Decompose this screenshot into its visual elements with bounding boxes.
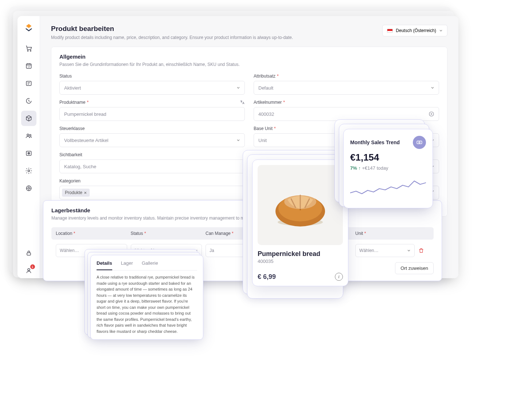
sales-amount: €1,154 bbox=[350, 152, 426, 163]
tab-details[interactable]: Details bbox=[97, 260, 112, 270]
svg-point-22 bbox=[419, 142, 420, 143]
row-unit-select[interactable]: Wählen… bbox=[355, 244, 415, 257]
info-icon[interactable]: i bbox=[335, 273, 343, 281]
category-chip[interactable]: Produkte✕ bbox=[62, 189, 90, 197]
svg-point-6 bbox=[27, 134, 29, 136]
col-status: Status * bbox=[131, 231, 202, 236]
attrset-select[interactable]: Default bbox=[254, 81, 439, 95]
status-label: Status bbox=[59, 74, 245, 79]
lock-icon[interactable] bbox=[21, 245, 36, 261]
details-text: A close relative to traditional rye, pum… bbox=[97, 274, 197, 334]
svg-point-15 bbox=[28, 269, 30, 271]
translate-icon[interactable] bbox=[240, 100, 245, 105]
name-label: Produktname* bbox=[59, 100, 245, 105]
locale-select[interactable]: Deutsch (Österreich) bbox=[382, 25, 447, 36]
package-icon[interactable] bbox=[21, 111, 36, 126]
sales-trend-card: Monthly Sales Trend €1,154 7% ↑ +€147 to… bbox=[343, 129, 433, 208]
product-name: Pumpernickel bread bbox=[258, 250, 343, 258]
sales-title: Monthly Sales Trend bbox=[350, 139, 400, 145]
help-icon[interactable] bbox=[21, 181, 36, 196]
safe-icon[interactable] bbox=[21, 146, 36, 161]
svg-point-10 bbox=[28, 153, 29, 153]
locale-label: Deutsch (Österreich) bbox=[396, 28, 436, 33]
sidebar: 12 bbox=[17, 16, 40, 278]
sparkline-chart bbox=[350, 176, 426, 201]
cart-icon[interactable] bbox=[21, 41, 36, 56]
svg-point-7 bbox=[30, 134, 31, 136]
col-unit: Unit * bbox=[355, 231, 415, 236]
chip-remove-icon[interactable]: ✕ bbox=[84, 191, 87, 195]
app-logo bbox=[23, 23, 34, 34]
calendar-icon[interactable]: 12 bbox=[21, 58, 36, 74]
name-input[interactable]: Pumpernickel bread bbox=[59, 107, 245, 121]
flag-icon bbox=[387, 29, 393, 33]
svg-point-0 bbox=[27, 51, 28, 51]
svg-point-20 bbox=[284, 194, 316, 209]
general-subtitle: Passen Sie die Grundinformationen für Ih… bbox=[59, 62, 439, 67]
product-card: Pumpernickel bread 400035 € 6,99 i bbox=[252, 159, 348, 286]
gear-icon[interactable] bbox=[21, 163, 36, 178]
status-select[interactable]: Aktiviert bbox=[59, 81, 245, 95]
assign-location-button[interactable]: Ort zuweisen bbox=[395, 262, 434, 274]
product-price: € 6,99 bbox=[258, 273, 276, 281]
details-popup: Details Lager Gallerie A close relative … bbox=[90, 255, 203, 340]
chevron-down-icon bbox=[439, 29, 443, 32]
user-avatar-icon[interactable] bbox=[21, 263, 36, 278]
general-title: Allgemein bbox=[59, 54, 439, 60]
tax-select[interactable]: Vollbesteuerte Artikel bbox=[59, 133, 245, 147]
svg-text:12: 12 bbox=[27, 66, 30, 68]
col-location: Location * bbox=[56, 231, 127, 236]
svg-rect-14 bbox=[27, 253, 31, 255]
svg-point-1 bbox=[30, 51, 31, 51]
sku-input[interactable]: 400032 bbox=[254, 107, 439, 121]
product-sku: 400035 bbox=[258, 259, 343, 264]
tab-gallerie[interactable]: Gallerie bbox=[142, 260, 158, 270]
attrset-label: Attributsatz* bbox=[254, 74, 439, 79]
receipt-icon[interactable] bbox=[21, 76, 36, 91]
users-icon[interactable] bbox=[21, 128, 36, 143]
page-title: Produkt bearbeiten bbox=[51, 25, 293, 33]
product-image bbox=[258, 165, 343, 245]
tax-label: Steuerklasse bbox=[59, 126, 245, 131]
svg-point-11 bbox=[28, 170, 30, 172]
cash-icon bbox=[413, 136, 426, 149]
page-subtitle: Modify product details including name, p… bbox=[51, 35, 293, 40]
tab-lager[interactable]: Lager bbox=[121, 260, 133, 270]
sku-label: Artikelnummer* bbox=[254, 100, 439, 105]
sales-delta: 7% ↑ +€147 today bbox=[350, 165, 426, 171]
svg-point-13 bbox=[28, 188, 30, 189]
svg-rect-4 bbox=[26, 81, 31, 86]
clock-icon[interactable] bbox=[21, 93, 36, 109]
trash-icon[interactable] bbox=[418, 248, 429, 253]
plus-icon[interactable] bbox=[429, 111, 434, 117]
